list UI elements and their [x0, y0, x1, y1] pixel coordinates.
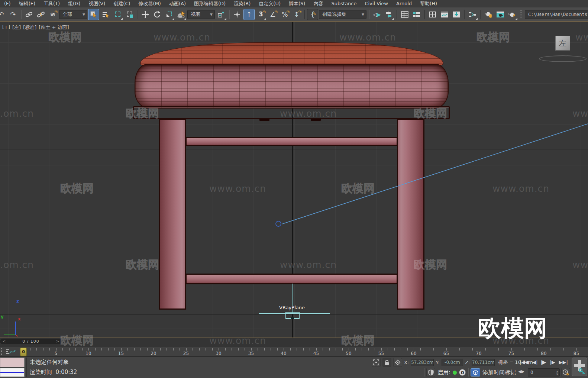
select-and-link-icon[interactable] — [23, 9, 35, 20]
menu-item-11[interactable]: 脚本(S) — [285, 0, 309, 7]
select-and-move-icon[interactable] — [140, 9, 151, 20]
spinner-down-icon[interactable]: ▼ — [556, 373, 558, 375]
window-crossing-toggle-icon[interactable] — [124, 9, 135, 20]
viewport-standard-menu[interactable]: [标准] — [23, 24, 36, 31]
time-ruler[interactable]: 510152025303540455055606570758085 0 — [0, 347, 588, 357]
viewcube[interactable]: 左 — [555, 36, 570, 51]
undo-icon[interactable]: ↶ — [0, 9, 7, 20]
menu-item-10[interactable]: 自定义(U) — [255, 0, 285, 7]
isolate-selection-button[interactable] — [372, 358, 381, 367]
menu-item-7[interactable]: 动画(A) — [165, 0, 190, 7]
unlink-selection-icon[interactable] — [35, 9, 46, 20]
align-icon[interactable] — [383, 9, 394, 20]
viewport-left[interactable]: VRayPlane [+] [左] [标准] [粘土 + 边面] 左 y z x — [0, 21, 588, 338]
menu-item-3[interactable]: 组(G) — [64, 0, 84, 7]
selected-circle-helper[interactable] — [276, 221, 281, 226]
select-object-button[interactable] — [88, 9, 99, 20]
viewcube-ring[interactable] — [539, 55, 587, 62]
render-setup-icon[interactable] — [483, 9, 494, 20]
toggle-scene-explorer-icon[interactable] — [399, 9, 410, 20]
selection-filter-dropdown[interactable]: 全部 ▼ — [59, 10, 87, 19]
stool-leg-right[interactable] — [397, 119, 424, 310]
named-selection-dropdown[interactable]: 创建选择集 ▼ — [319, 10, 366, 19]
viewport-view-menu[interactable]: [左] — [12, 24, 21, 31]
rendered-frame-window-icon[interactable] — [495, 9, 506, 20]
absolute-mode-transform-button[interactable] — [393, 358, 402, 367]
coord-x-field[interactable]: 57.283cm — [411, 359, 434, 366]
menu-item-0[interactable]: (F) — [0, 0, 15, 7]
time-configuration-button[interactable] — [561, 368, 570, 377]
play-button[interactable]: ▶ — [540, 358, 547, 366]
track-prev-arrow-icon[interactable]: < — [0, 339, 8, 343]
menu-item-2[interactable]: 工具(T) — [39, 0, 64, 7]
toggle-ribbon-icon[interactable] — [427, 9, 438, 20]
current-frame-field[interactable]: 0 ▲▼ — [528, 368, 560, 377]
slate-material-editor-icon[interactable] — [467, 9, 478, 20]
macro-recorder-swatch[interactable] — [0, 358, 25, 367]
select-and-scale-icon[interactable] — [164, 9, 175, 20]
stool-cushion-side[interactable] — [135, 64, 449, 109]
previous-frame-button[interactable]: ◀| — [532, 359, 538, 366]
set-keys-button[interactable] — [572, 358, 587, 376]
use-pivot-point-center-icon[interactable] — [216, 9, 227, 20]
stool-stretcher-upper[interactable] — [185, 137, 398, 146]
menu-item-5[interactable]: 创建(C) — [109, 0, 134, 7]
menu-item-15[interactable]: Arnold — [392, 0, 416, 7]
toggle-layer-explorer-icon[interactable] — [411, 9, 422, 20]
spinner-up-icon[interactable]: ▲ — [556, 370, 558, 372]
menu-item-12[interactable]: 内容 — [309, 0, 327, 7]
curve-editor-icon[interactable] — [439, 9, 450, 20]
menu-item-13[interactable]: Substance — [327, 0, 361, 7]
menu-item-4[interactable]: 视图(V) — [84, 0, 109, 7]
menu-item-1[interactable]: 编辑(E) — [15, 0, 39, 7]
snaps-toggle-3d-icon[interactable]: 3↷ — [255, 9, 266, 20]
schematic-view-icon[interactable] — [451, 9, 462, 20]
menu-item-16[interactable]: 帮助(H) — [416, 0, 441, 7]
spinner-snap-icon[interactable]: ↕↷ — [291, 9, 302, 20]
keyboard-shortcut-override-icon[interactable]: ↑ — [243, 9, 255, 20]
ruler-tick — [193, 348, 193, 350]
stool-leg-left[interactable] — [159, 119, 186, 310]
coord-y-field[interactable]: -0.0cm — [442, 359, 463, 366]
frame-spinner[interactable]: ▲▼ — [555, 370, 559, 375]
menu-item-8[interactable]: 图形编辑器(D) — [190, 0, 230, 7]
coord-z-field[interactable]: 70.711cm — [472, 359, 495, 366]
select-and-place-icon[interactable] — [175, 9, 187, 20]
key-mode-toggle[interactable]: ◀▶ — [518, 369, 524, 374]
ruler-tick — [557, 348, 557, 350]
render-production-icon[interactable] — [507, 9, 518, 20]
redo-icon[interactable]: ↷ — [7, 9, 19, 20]
menu-item-6[interactable]: 修改器(M) — [135, 0, 165, 7]
go-to-start-button[interactable]: |◀◀ — [519, 359, 529, 366]
degradation-override-button[interactable] — [426, 368, 435, 377]
go-to-end-button[interactable]: ▶▶| — [558, 359, 569, 366]
percent-snap-icon[interactable]: %↷ — [279, 9, 290, 20]
track-next-arrow-icon[interactable]: > — [54, 339, 62, 343]
menu-item-9[interactable]: 渲染(R) — [230, 0, 255, 7]
select-by-name-icon[interactable] — [100, 9, 111, 20]
add-time-tag-label[interactable]: 添加时间标记 — [482, 369, 516, 376]
stool-seat-apron[interactable] — [133, 106, 450, 119]
track-range-bar[interactable]: < 0 / 100 > — [0, 339, 62, 344]
select-and-rotate-icon[interactable] — [152, 9, 163, 20]
angle-snap-icon[interactable]: ∠↷ — [267, 9, 278, 20]
time-slider[interactable]: 0 — [20, 348, 27, 356]
menu-item-14[interactable]: Civil View — [361, 0, 392, 7]
edit-named-selection-sets-icon[interactable]: {✎ — [307, 9, 318, 20]
mini-curve-editor-icon[interactable] — [5, 348, 16, 356]
zero-badge[interactable]: 0 — [459, 369, 466, 376]
mini-listener-swatch[interactable] — [0, 368, 25, 377]
bind-to-space-warp-icon[interactable]: ≋↷ — [47, 9, 58, 20]
ruler-drag-handle[interactable] — [1, 348, 2, 356]
next-frame-button[interactable]: |▶ — [549, 359, 556, 366]
viewport-maximize-menu[interactable]: [+] — [2, 24, 10, 31]
selection-lock-toggle[interactable] — [382, 358, 391, 367]
stool-stretcher-lower[interactable] — [185, 274, 398, 284]
select-and-manipulate-icon[interactable] — [232, 9, 243, 20]
mirror-icon[interactable]: ◁▶ — [371, 9, 382, 20]
rectangular-selection-region-icon[interactable] — [112, 9, 123, 20]
viewport-shading-menu[interactable]: [粘土 + 边面] — [39, 24, 69, 31]
reference-coordinate-dropdown[interactable]: 视图 ▼ — [187, 10, 215, 19]
project-folder-field[interactable]: C:\Users\Han\Documents\3ds Max 2022 ▼ — [525, 10, 588, 19]
time-tag-cube-button[interactable] — [471, 368, 480, 377]
